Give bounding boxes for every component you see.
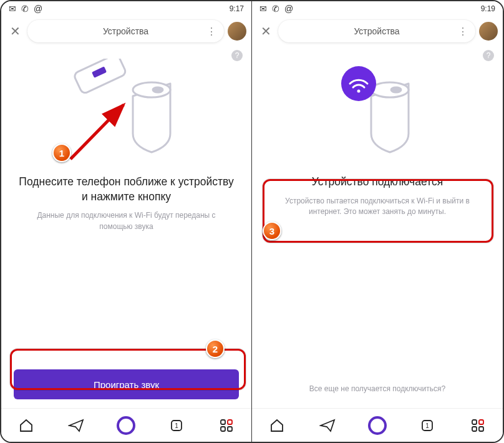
close-button[interactable]: ✕ — [257, 24, 274, 39]
app-header: ✕ Устройства ⋮ — [1, 16, 251, 46]
step-heading: Устройство подключается — [263, 175, 492, 190]
whatsapp-icon: ✆ — [272, 4, 279, 14]
illustration-speaker-wifi — [263, 52, 492, 171]
at-icon: @ — [284, 4, 293, 14]
close-button[interactable]: ✕ — [6, 24, 24, 39]
svg-point-1 — [153, 87, 163, 92]
header-title-chip[interactable]: Устройства ⋮ — [27, 20, 224, 42]
svg-rect-17 — [479, 420, 483, 424]
step-subtext: Данные для подключения к Wi-Fi будут пер… — [12, 210, 240, 232]
nav-alice[interactable] — [365, 413, 390, 438]
nav-tabs[interactable]: 1 — [164, 413, 189, 438]
phone-screen-left: ✉ ✆ @ 9:17 ✕ Устройства ⋮ ? — [1, 1, 252, 442]
header-title: Устройства — [103, 26, 148, 36]
svg-point-13 — [357, 90, 361, 93]
status-icons-left: ✉ ✆ @ — [9, 4, 42, 14]
dual-phone-stage: ✉ ✆ @ 9:17 ✕ Устройства ⋮ ? — [1, 1, 503, 442]
play-sound-button[interactable]: Проиграть звук — [14, 369, 239, 399]
svg-text:1: 1 — [175, 422, 178, 429]
at-icon: @ — [34, 4, 42, 14]
status-icons-left: ✉ ✆ @ — [259, 4, 293, 14]
status-time: 9:17 — [230, 4, 244, 13]
alice-icon — [368, 416, 387, 435]
step-heading: Поднесите телефон поближе к устройству и… — [12, 175, 240, 204]
svg-rect-6 — [221, 420, 225, 424]
status-bar: ✉ ✆ @ 9:19 — [252, 1, 503, 16]
svg-rect-8 — [221, 427, 225, 431]
annotation-badge-3: 3 — [263, 221, 281, 240]
nav-home[interactable] — [14, 413, 39, 438]
status-time: 9:19 — [481, 4, 495, 13]
svg-rect-18 — [472, 427, 477, 431]
svg-point-12 — [341, 66, 376, 101]
svg-rect-19 — [479, 427, 483, 431]
header-title: Устройства — [354, 26, 399, 36]
kebab-icon[interactable]: ⋮ — [458, 26, 468, 37]
help-icon[interactable]: ? — [231, 50, 243, 61]
step-subtext: Устройство пытается подключиться к Wi-Fi… — [263, 196, 492, 218]
annotation-badge-1: 1 — [52, 144, 71, 162]
avatar[interactable] — [479, 22, 498, 41]
mail-icon: ✉ — [259, 4, 267, 14]
content-area: ? Устройство подключается — [252, 46, 503, 408]
whatsapp-icon: ✆ — [21, 4, 29, 14]
nav-apps[interactable] — [465, 413, 490, 438]
svg-rect-7 — [228, 420, 232, 424]
svg-point-10 — [371, 82, 409, 97]
troubleshoot-link[interactable]: Все еще не получается подключиться? — [263, 384, 492, 393]
nav-tabs[interactable]: 1 — [415, 413, 440, 438]
mail-icon: ✉ — [9, 4, 16, 14]
header-title-chip[interactable]: Устройства ⋮ — [278, 20, 475, 42]
nav-home[interactable] — [264, 413, 289, 438]
app-header: ✕ Устройства ⋮ — [252, 16, 503, 46]
help-icon[interactable]: ? — [483, 50, 494, 61]
svg-text:1: 1 — [426, 422, 430, 429]
nav-send[interactable] — [64, 413, 89, 438]
play-sound-label: Проиграть звук — [94, 379, 159, 390]
alice-icon — [117, 416, 135, 435]
bottom-nav: 1 — [252, 408, 503, 442]
annotation-badge-2: 2 — [206, 339, 225, 358]
svg-rect-2 — [73, 59, 127, 94]
illustration-phone-to-speaker — [12, 52, 240, 171]
phone-screen-right: ✉ ✆ @ 9:19 ✕ Устройства ⋮ ? — [252, 1, 503, 442]
kebab-icon[interactable]: ⋮ — [206, 26, 216, 37]
avatar[interactable] — [228, 22, 246, 41]
svg-rect-9 — [228, 427, 232, 431]
status-bar: ✉ ✆ @ 9:17 — [1, 1, 251, 16]
nav-apps[interactable] — [214, 413, 239, 438]
svg-rect-16 — [472, 420, 477, 424]
svg-point-0 — [133, 82, 170, 97]
nav-alice[interactable] — [114, 413, 138, 438]
bottom-nav: 1 — [1, 408, 251, 442]
svg-point-11 — [391, 87, 401, 92]
nav-send[interactable] — [315, 413, 340, 438]
